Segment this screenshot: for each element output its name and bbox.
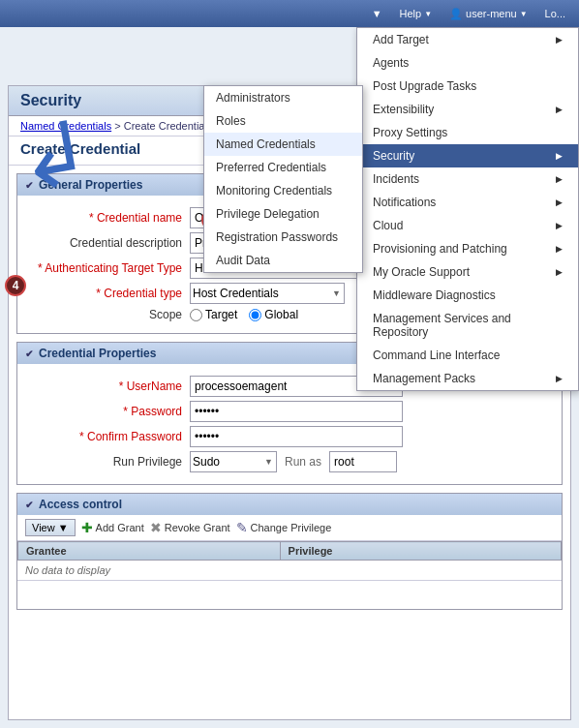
revoke-grant-button[interactable]: ✖ Revoke Grant bbox=[150, 520, 230, 535]
menu-incidents[interactable]: Incidents ▶ bbox=[357, 167, 578, 191]
password-label: Password bbox=[25, 405, 190, 418]
menu-provisioning[interactable]: Provisioning and Patching ▶ bbox=[357, 237, 578, 260]
menu-cloud[interactable]: Cloud ▶ bbox=[357, 214, 578, 237]
management-packs-arrow: ▶ bbox=[556, 374, 563, 383]
add-grant-label: Add Grant bbox=[96, 522, 144, 533]
no-data-label: No data to display bbox=[17, 561, 562, 580]
menu-notifications[interactable]: Notifications ▶ bbox=[357, 191, 578, 214]
add-grant-button[interactable]: ✚ Add Grant bbox=[81, 520, 144, 535]
change-privilege-icon: ✎ bbox=[236, 520, 248, 535]
run-privilege-label: Run Privilege bbox=[25, 455, 190, 469]
menu-agents[interactable]: Agents bbox=[357, 51, 578, 75]
add-grant-icon: ✚ bbox=[81, 520, 93, 535]
confirm-password-input[interactable] bbox=[190, 426, 403, 447]
oracle-support-arrow: ▶ bbox=[556, 267, 563, 277]
big-arrow: ↰ bbox=[11, 104, 97, 202]
breadcrumb-sep: > bbox=[114, 120, 123, 132]
revoke-grant-label: Revoke Grant bbox=[165, 522, 230, 533]
credential-type-select[interactable]: Host Credentials bbox=[190, 283, 345, 304]
menu-management-packs[interactable]: Management Packs ▶ bbox=[357, 367, 578, 390]
run-privilege-controls: Sudo None ▼ Run as bbox=[190, 451, 397, 472]
submenu-privilege-delegation[interactable]: Privilege Delegation bbox=[204, 202, 362, 226]
password-input[interactable] bbox=[190, 401, 403, 422]
incidents-arrow: ▶ bbox=[556, 174, 563, 184]
menu-middleware-diagnostics[interactable]: Middleware Diagnostics bbox=[357, 284, 578, 307]
user-menu-button[interactable]: 👤 user-menu ▼ bbox=[443, 6, 533, 22]
extensibility-arrow: ▶ bbox=[556, 105, 563, 114]
menu-proxy-settings[interactable]: Proxy Settings bbox=[357, 121, 578, 144]
access-control-section: ✔ Access control View ▼ ✚ Add Grant ✖ Re… bbox=[16, 493, 563, 610]
logout-button[interactable]: Lo... bbox=[539, 6, 571, 21]
scope-global-label[interactable]: Global bbox=[249, 308, 298, 321]
access-table: Grantee Privilege bbox=[17, 541, 562, 561]
change-privilege-button[interactable]: ✎ Change Privilege bbox=[236, 520, 332, 535]
submenu-named-credentials[interactable]: Named Credentials bbox=[204, 133, 362, 156]
credential-properties-label: Credential Properties bbox=[39, 347, 156, 360]
view-label: View bbox=[32, 522, 55, 533]
submenu-registration-passwords[interactable]: Registration Passwords bbox=[204, 226, 362, 249]
submenu-roles[interactable]: Roles bbox=[204, 109, 362, 133]
scope-label: Scope bbox=[25, 308, 190, 321]
add-target-arrow: ▶ bbox=[556, 35, 563, 45]
top-nav-bar: ▼ Help ▼ 👤 user-menu ▼ Lo... bbox=[0, 0, 579, 27]
breadcrumb-current: Create Credential bbox=[124, 120, 207, 132]
access-control-header[interactable]: ✔ Access control bbox=[17, 494, 562, 515]
col-privilege: Privilege bbox=[280, 542, 561, 561]
menu-command-line[interactable]: Command Line Interface bbox=[357, 344, 578, 367]
menu-add-target[interactable]: Add Target ▶ bbox=[357, 28, 578, 51]
main-content: Security Named Credentials > Create Cred… bbox=[0, 27, 579, 728]
empty-row bbox=[17, 580, 562, 609]
collapse-icon-3: ✔ bbox=[25, 500, 33, 510]
run-as-input[interactable] bbox=[329, 451, 397, 472]
help-menu-button[interactable]: Help ▼ bbox=[394, 6, 439, 21]
scope-target-radio[interactable] bbox=[190, 309, 202, 321]
confirm-password-row: Confirm Password bbox=[17, 426, 562, 447]
scope-target-label[interactable]: Target bbox=[190, 308, 237, 321]
menu-post-upgrade[interactable]: Post Upgrade Tasks bbox=[357, 75, 578, 98]
provisioning-arrow: ▶ bbox=[556, 244, 563, 254]
password-row: Password bbox=[17, 401, 562, 422]
badge-4: 4 bbox=[5, 275, 26, 296]
credential-desc-label: Credential description bbox=[25, 236, 190, 250]
security-submenu: Administrators Roles Named Credentials P… bbox=[203, 85, 363, 273]
setup-menu-button[interactable]: ▼ bbox=[366, 6, 388, 21]
access-control-label: Access control bbox=[39, 498, 122, 511]
submenu-monitoring-credentials[interactable]: Monitoring Credentials bbox=[204, 179, 362, 202]
run-privilege-select-wrapper: Sudo None ▼ bbox=[190, 451, 277, 472]
credential-type-select-wrapper: Host Credentials ▼ bbox=[190, 283, 345, 304]
run-as-label: Run as bbox=[285, 455, 321, 469]
scope-options: Target Global bbox=[190, 308, 298, 321]
security-arrow: ▶ bbox=[556, 151, 563, 161]
run-privilege-row: Run Privilege Sudo None ▼ Run as bbox=[17, 451, 562, 472]
submenu-audit-data[interactable]: Audit Data bbox=[204, 249, 362, 272]
scope-global-radio[interactable] bbox=[249, 309, 261, 321]
submenu-administrators[interactable]: Administrators bbox=[204, 86, 362, 109]
username-label: UserName bbox=[25, 379, 190, 393]
run-privilege-select[interactable]: Sudo None bbox=[190, 451, 277, 472]
credential-type-label: Credential type bbox=[25, 287, 190, 300]
menu-oracle-support[interactable]: My Oracle Support ▶ bbox=[357, 260, 578, 284]
view-button[interactable]: View ▼ bbox=[25, 519, 76, 536]
access-toolbar: View ▼ ✚ Add Grant ✖ Revoke Grant ✎ Chan… bbox=[17, 515, 562, 541]
menu-extensibility[interactable]: Extensibility ▶ bbox=[357, 98, 578, 121]
view-arrow: ▼ bbox=[58, 522, 69, 533]
collapse-icon-2: ✔ bbox=[25, 349, 33, 359]
credential-name-label: Credential name bbox=[25, 211, 190, 225]
auth-target-label: Authenticating Target Type bbox=[25, 261, 190, 275]
menu-security[interactable]: Security ▶ bbox=[357, 144, 578, 167]
revoke-grant-icon: ✖ bbox=[150, 520, 162, 535]
change-privilege-label: Change Privilege bbox=[251, 522, 332, 533]
submenu-preferred-credentials[interactable]: Preferred Credentials bbox=[204, 156, 362, 179]
main-dropdown-menu: Add Target ▶ Agents Post Upgrade Tasks E… bbox=[356, 27, 579, 391]
menu-management-services[interactable]: Management Services and Repository bbox=[357, 307, 578, 344]
col-grantee: Grantee bbox=[18, 542, 281, 561]
cloud-arrow: ▶ bbox=[556, 221, 563, 230]
confirm-password-label: Confirm Password bbox=[25, 430, 190, 443]
notifications-arrow: ▶ bbox=[556, 197, 563, 207]
